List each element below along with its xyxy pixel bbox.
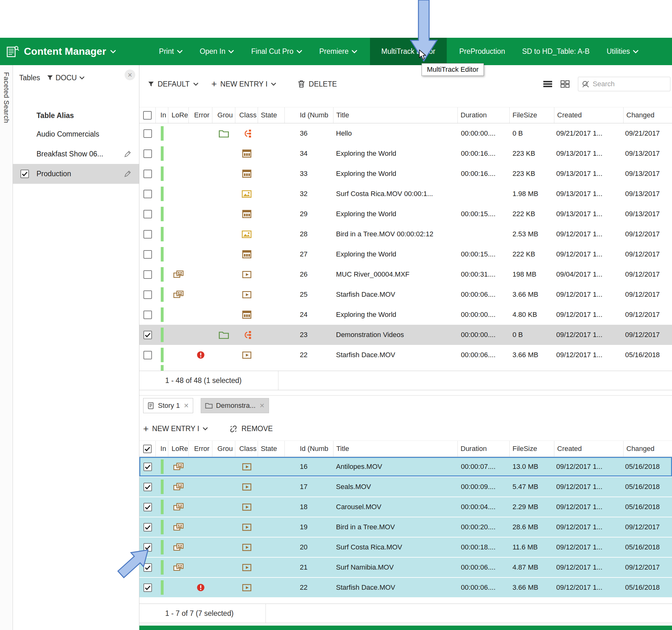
row-checkbox[interactable]	[143, 270, 152, 279]
row-select-cell[interactable]	[139, 305, 156, 325]
search-input[interactable]	[593, 80, 667, 88]
column-header-state[interactable]: State	[258, 441, 285, 457]
row-checkbox[interactable]	[143, 483, 152, 491]
row-checkbox[interactable]	[143, 290, 152, 299]
row-checkbox[interactable]	[143, 190, 152, 198]
row-checkbox[interactable]	[143, 331, 152, 339]
edit-pencil-icon[interactable]	[124, 150, 131, 158]
row-checkbox[interactable]	[143, 170, 152, 178]
column-header-filesize[interactable]: FileSize	[510, 441, 554, 457]
new-entry-button[interactable]: + NEW ENTRY I	[143, 424, 208, 433]
row-checkbox[interactable]	[143, 463, 152, 471]
list-view-button[interactable]	[543, 80, 553, 88]
table-checkbox[interactable]	[20, 170, 29, 178]
row-checkbox[interactable]	[143, 503, 152, 511]
column-header-in[interactable]: In	[156, 107, 168, 123]
edit-pencil-icon[interactable]	[124, 170, 131, 178]
column-header-title[interactable]: Title	[334, 107, 458, 123]
row-checkbox[interactable]	[143, 351, 152, 359]
table-row[interactable]: 16Antilopes.MOV00:00:07....13.0 MB09/12/…	[139, 457, 672, 477]
menu-item-print[interactable]: Print	[154, 38, 187, 65]
row-select-cell[interactable]	[139, 345, 156, 365]
table-row[interactable]: 19Bird in a Tree.MOV00:00:20....28.6 MB0…	[139, 517, 672, 537]
table-row[interactable]: 24Exploring the World00:00:00....4.80 KB…	[139, 305, 672, 325]
search-box[interactable]	[578, 77, 670, 91]
column-header-changed[interactable]: Changed	[624, 441, 672, 457]
table-row[interactable]: 25Starfish Dace.MOV00:00:06....3.66 MB09…	[139, 284, 672, 305]
row-select-cell[interactable]	[139, 224, 156, 244]
select-all-checkbox[interactable]	[143, 111, 152, 120]
column-header-error[interactable]: Error	[189, 107, 212, 123]
column-header-created[interactable]: Created	[554, 107, 624, 123]
column-header-select[interactable]	[139, 107, 156, 123]
column-header-error[interactable]: Error	[189, 441, 212, 457]
column-header-changed[interactable]: Changed	[624, 107, 672, 123]
filter-chip-story-1[interactable]: Story 1✕	[143, 398, 193, 413]
menu-item-final-cut-pro[interactable]: Final Cut Pro	[247, 38, 307, 65]
row-checkbox[interactable]	[143, 129, 152, 138]
row-select-cell[interactable]	[139, 497, 156, 517]
column-header-state[interactable]: State	[258, 107, 285, 123]
column-header-lore[interactable]: LoRe	[168, 107, 189, 123]
row-select-cell[interactable]	[139, 184, 156, 204]
menu-item-premiere[interactable]: Premiere	[315, 38, 362, 65]
row-select-cell[interactable]	[139, 204, 156, 224]
column-header-duration[interactable]: Duration	[458, 441, 510, 457]
tables-filter-value[interactable]: DOCU	[55, 74, 77, 82]
row-checkbox[interactable]	[143, 250, 152, 259]
row-select-cell[interactable]	[139, 325, 156, 345]
menu-item-preproduction[interactable]: PreProduction	[455, 38, 510, 65]
select-all-checkbox[interactable]	[143, 445, 152, 453]
column-header-duration[interactable]: Duration	[458, 107, 510, 123]
menu-item-open-in[interactable]: Open In	[195, 38, 239, 65]
default-filter-button[interactable]: DEFAULT	[148, 80, 198, 88]
menu-item-utilities[interactable]: Utilities	[602, 38, 643, 65]
column-header-filesize[interactable]: FileSize	[510, 107, 554, 123]
chevron-down-icon[interactable]	[110, 50, 116, 53]
table-row[interactable]: 36Hello00:00:00....0 B09/21/2017 1...09/…	[139, 123, 672, 143]
table-row[interactable]: 27Exploring the World00:00:15....222 KB0…	[139, 244, 672, 264]
row-select-cell[interactable]	[139, 244, 156, 264]
table-row[interactable]: 17Seals.MOV00:00:09....5.47 MB09/12/2017…	[139, 477, 672, 497]
filter-funnel-icon[interactable]	[47, 75, 53, 81]
table-row[interactable]: 26MUC River_00004.MXF00:00:31....198 MB0…	[139, 264, 672, 284]
table-row[interactable]: 33Exploring the World00:00:16....223 KB0…	[139, 164, 672, 184]
table-row[interactable]: 29Exploring the World00:00:15....222 KB0…	[139, 204, 672, 224]
column-header-in[interactable]: In	[156, 441, 168, 457]
remove-button[interactable]: REMOVE	[229, 424, 273, 433]
row-checkbox[interactable]	[143, 310, 152, 319]
row-select-cell[interactable]	[139, 164, 156, 184]
column-header-grou[interactable]: Grou	[212, 441, 235, 457]
row-checkbox[interactable]	[143, 523, 152, 532]
new-entry-button[interactable]: + NEW ENTRY I	[211, 80, 276, 88]
delete-button[interactable]: DELETE	[297, 80, 337, 88]
table-row[interactable]: 18Carousel.MOV00:00:04....2.29 MB09/12/2…	[139, 497, 672, 517]
row-select-cell[interactable]	[139, 143, 156, 164]
column-header-lore[interactable]: LoRe	[168, 441, 189, 457]
sidebar-item-audio-commercials[interactable]: Audio Commercials	[13, 124, 139, 144]
table-row[interactable]: 22Starfish Dace.MOV00:00:06....3.66 MB09…	[139, 345, 672, 365]
table-alias-header[interactable]: Table Alias	[13, 107, 139, 124]
row-select-cell[interactable]	[139, 517, 156, 537]
grid-view-button[interactable]	[560, 80, 570, 88]
table-row[interactable]: 21Surf Namibia.MOV00:00:06....4.87 MB09/…	[139, 558, 672, 578]
column-header-grou[interactable]: Grou	[212, 107, 235, 123]
table-row[interactable]: 28Bird in a Tree.MOV 00:00:02:122.53 MB0…	[139, 224, 672, 244]
chevron-down-icon[interactable]	[79, 76, 85, 79]
menu-item-sd-to-hd-table-a-b[interactable]: SD to HD_Table: A-B	[518, 38, 594, 65]
column-header-class[interactable]: Class	[235, 441, 258, 457]
row-select-cell[interactable]	[139, 284, 156, 305]
table-row[interactable]: 32Surf Costa Rica.MOV 00:00:1...1.98 MB0…	[139, 184, 672, 204]
column-header-id-numb[interactable]: Id (Numb	[285, 107, 334, 123]
column-header-id-numb[interactable]: Id (Numb	[285, 441, 334, 457]
row-checkbox[interactable]	[143, 210, 152, 218]
row-select-cell[interactable]	[139, 123, 156, 143]
close-panel-button[interactable]: ✕	[125, 70, 135, 80]
faceted-search-tab[interactable]: Faceted Search	[0, 65, 13, 630]
row-checkbox[interactable]	[143, 149, 152, 158]
table-row[interactable]: 20Surf Costa Rica.MOV00:00:18....11.6 MB…	[139, 537, 672, 558]
row-checkbox[interactable]	[143, 230, 152, 238]
chip-close-icon[interactable]: ✕	[259, 402, 265, 409]
sidebar-item-production[interactable]: Production	[13, 164, 139, 184]
chip-close-icon[interactable]: ✕	[184, 402, 189, 409]
